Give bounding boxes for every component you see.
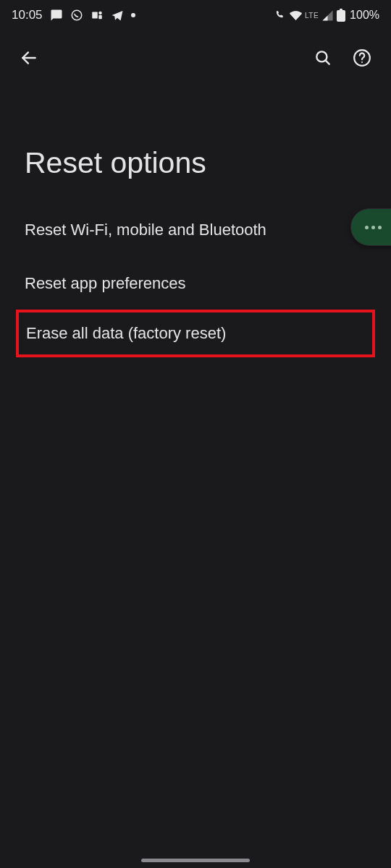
- battery-percentage: 100%: [350, 9, 379, 22]
- signal-icon: [321, 9, 334, 22]
- svg-rect-4: [337, 10, 345, 22]
- whatsapp-icon: [70, 9, 83, 22]
- arrow-back-icon: [20, 48, 38, 70]
- svg-rect-5: [340, 9, 342, 11]
- network-type-label: LTE: [305, 12, 319, 20]
- help-icon: [353, 48, 371, 70]
- option-label: Reset Wi-Fi, mobile and Bluetooth: [25, 221, 266, 239]
- chat-icon: [50, 9, 63, 22]
- search-button[interactable]: [308, 45, 337, 74]
- search-icon: [314, 48, 332, 70]
- telegram-icon: [111, 9, 124, 22]
- app-bar: [0, 27, 391, 81]
- status-left: 10:05: [12, 8, 135, 22]
- teams-icon: [91, 9, 104, 22]
- status-bar: 10:05 LTE 100%: [0, 0, 391, 27]
- page-title: Reset options: [0, 81, 391, 203]
- battery-icon: [337, 9, 345, 22]
- more-notifications-icon: [131, 13, 135, 17]
- svg-point-0: [72, 10, 82, 20]
- wifi-calling-icon: [275, 9, 287, 21]
- wifi-icon: [290, 9, 302, 22]
- option-label: Reset app preferences: [25, 274, 186, 292]
- svg-line-8: [325, 60, 329, 64]
- overflow-fab[interactable]: [350, 208, 391, 246]
- back-button[interactable]: [14, 45, 43, 74]
- svg-point-2: [98, 12, 102, 15]
- svg-point-10: [361, 61, 363, 63]
- navigation-handle[interactable]: [141, 859, 250, 862]
- svg-rect-3: [98, 15, 102, 19]
- more-horizontal-icon: [365, 226, 382, 229]
- status-time: 10:05: [12, 8, 43, 22]
- option-reset-network[interactable]: Reset Wi-Fi, mobile and Bluetooth: [0, 203, 391, 257]
- option-factory-reset[interactable]: Erase all data (factory reset): [16, 310, 375, 357]
- help-button[interactable]: [348, 45, 377, 74]
- status-right: LTE 100%: [275, 9, 379, 22]
- option-reset-app-prefs[interactable]: Reset app preferences: [0, 257, 391, 310]
- svg-rect-1: [92, 12, 98, 19]
- option-label: Erase all data (factory reset): [26, 324, 226, 342]
